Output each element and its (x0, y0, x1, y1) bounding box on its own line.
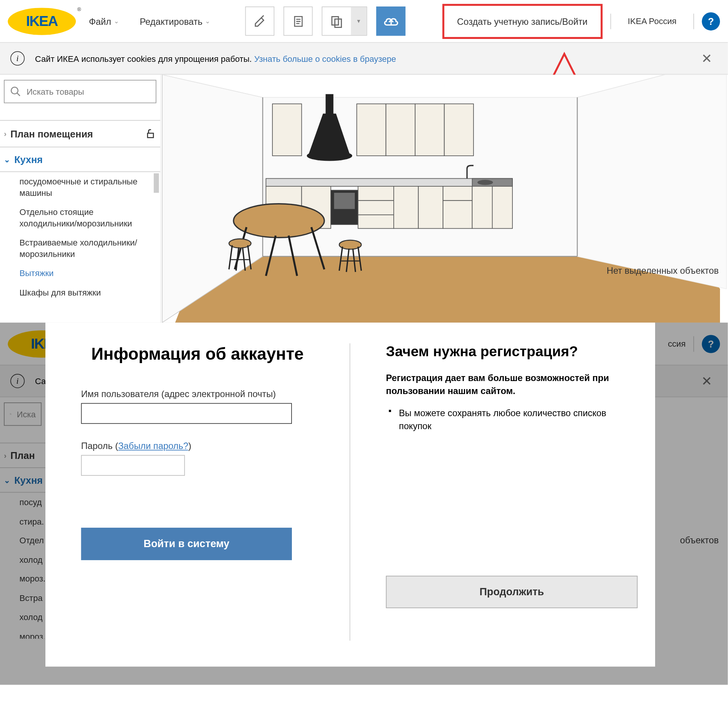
svg-rect-9 (148, 133, 153, 137)
svg-rect-35 (443, 186, 472, 200)
trademark-icon: ® (77, 6, 81, 12)
copy-icon (330, 14, 344, 28)
create-account-login-link[interactable]: Создать учетную запись/Войти (442, 3, 602, 39)
menu-file-label: Файл (89, 16, 111, 26)
svg-rect-33 (394, 186, 419, 229)
list-item[interactable]: посудомоечные и стиральные машины (19, 172, 154, 203)
svg-line-8 (17, 93, 20, 96)
pencil-icon (253, 14, 267, 28)
section-plan-label: План помещения (10, 128, 93, 139)
list-item-active[interactable]: Вытяжки (19, 264, 154, 283)
svg-rect-21 (415, 104, 445, 156)
cookie-text: Сайт ИКЕА использует cookies для упрощен… (35, 53, 252, 63)
list-item[interactable]: Отдельно стоящие холодильники/морозильни… (19, 203, 154, 233)
region-link[interactable]: IKEA Россия (619, 11, 686, 31)
ikea-logo: IKEA (26, 13, 58, 29)
login-modal: Информация об аккаунте Имя пользователя … (45, 323, 655, 667)
copy-button[interactable]: ▼ (322, 6, 367, 36)
info-icon: i (10, 51, 24, 65)
menu-edit[interactable]: Редактировать ⌄ (132, 16, 218, 26)
divider (693, 13, 694, 29)
cookie-bar: i Сайт ИКЕА использует cookies для упрощ… (0, 42, 728, 75)
username-label: Имя пользователя (адрес электронной почт… (81, 389, 314, 399)
svg-rect-34 (419, 186, 443, 229)
menu-edit-label: Редактировать (140, 16, 202, 26)
login-screen: IKE ссия ? i Са ✕ Иска ›План ⌄Кухня п (0, 323, 728, 685)
svg-rect-20 (386, 104, 416, 156)
document-icon (292, 14, 304, 28)
help-button[interactable]: ? (702, 12, 720, 30)
selection-status: Нет выделенных объектов (607, 265, 719, 276)
chevron-down-icon: ⌄ (4, 155, 10, 164)
list-item[interactable]: Шкафы для вытяжки (19, 283, 154, 302)
search-input[interactable] (27, 87, 151, 97)
edit-button[interactable] (245, 6, 275, 36)
svg-point-41 (234, 204, 324, 237)
document-button[interactable] (283, 6, 313, 36)
svg-rect-22 (445, 104, 474, 156)
cloud-upload-icon (382, 15, 399, 27)
design-canvas[interactable]: Нет выделенных объектов (160, 75, 728, 323)
svg-rect-19 (357, 104, 386, 156)
sidebar-section-plan[interactable]: › План помещения (0, 120, 160, 147)
chevron-down-icon: ▼ (351, 7, 366, 35)
forgot-password-link[interactable]: Забыли пароль? (118, 441, 188, 451)
cloud-upload-button[interactable] (376, 6, 406, 36)
continue-button[interactable]: Продолжить (386, 576, 638, 608)
svg-rect-30 (358, 186, 394, 200)
kitchen-render (161, 75, 728, 323)
password-label: Пароль (Забыли пароль?) (81, 441, 314, 451)
svg-rect-36 (443, 200, 472, 228)
password-input[interactable] (81, 455, 185, 475)
svg-point-7 (11, 87, 18, 94)
sidebar-item-list: посудомоечные и стиральные машины Отдель… (0, 172, 154, 305)
modal-right-subtitle: Регистрация дает вам больше возможностей… (386, 372, 620, 397)
search-box[interactable] (4, 80, 156, 103)
modal-title: Информация об аккаунте (81, 343, 314, 365)
svg-point-23 (307, 150, 352, 161)
cookie-link[interactable]: Узнать больше о cookies в браузере (254, 53, 396, 63)
chevron-right-icon: › (4, 129, 6, 138)
section-kitchen-label: Кухня (14, 154, 43, 165)
sidebar: › План помещения ⌄ Кухня посудомоечные и… (0, 75, 160, 323)
sidebar-section-kitchen[interactable]: ⌄ Кухня (0, 147, 160, 172)
login-button[interactable]: Войти в систему (81, 528, 292, 560)
modal-right-title: Зачем нужна регистрация? (386, 343, 620, 360)
modal-bullet: Вы можете сохранять любое количество спи… (386, 407, 620, 433)
chevron-down-icon: ⌄ (205, 18, 210, 25)
list-item[interactable]: Встраиваемые холодильники/морозильники (19, 233, 154, 264)
svg-rect-24 (325, 94, 333, 115)
svg-point-38 (477, 180, 493, 185)
header: IKEA ® Файл ⌄ Редактировать ⌄ ▼ Создать … (0, 0, 728, 42)
unlock-icon (145, 127, 156, 140)
svg-rect-32 (358, 215, 394, 229)
scrollbar[interactable] (154, 173, 159, 193)
divider (610, 13, 611, 29)
svg-rect-29 (334, 193, 355, 209)
ikea-logo-wrapper[interactable]: IKEA ® (8, 8, 76, 35)
svg-rect-31 (358, 200, 394, 215)
svg-marker-13 (577, 75, 726, 289)
search-icon (10, 86, 22, 97)
username-input[interactable] (81, 403, 292, 423)
menu-file[interactable]: Файл ⌄ (81, 16, 127, 26)
svg-rect-18 (272, 104, 302, 156)
planner-panel: IKEA ® Файл ⌄ Редактировать ⌄ ▼ Создать … (0, 0, 728, 323)
chevron-down-icon: ⌄ (114, 18, 119, 25)
close-icon[interactable]: ✕ (696, 51, 717, 66)
